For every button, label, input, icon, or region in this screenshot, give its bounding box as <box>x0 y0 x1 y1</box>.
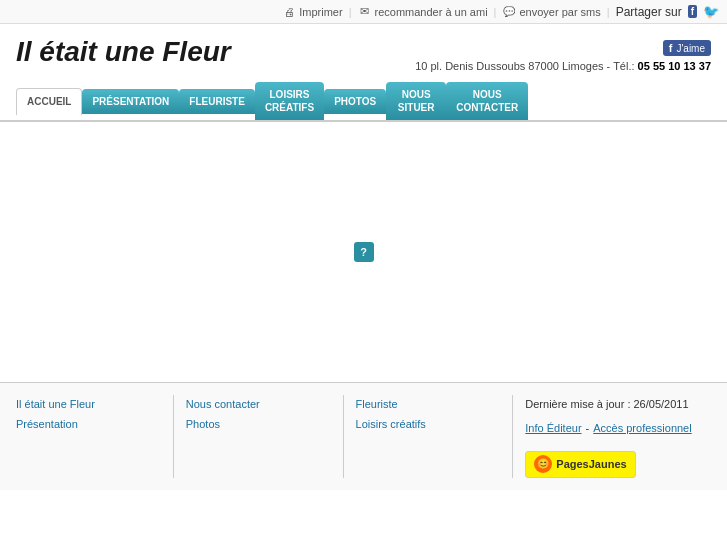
recommend-label: recommander à un ami <box>374 6 487 18</box>
recommend-button[interactable]: recommander à un ami <box>357 5 487 19</box>
update-label: Dernière mise à jour : 26/05/2011 <box>525 398 688 410</box>
site-footer: Il était une Fleur Présentation Nous con… <box>0 382 727 490</box>
sms-button[interactable]: envoyer par sms <box>502 5 600 19</box>
nav-bar: ACCUEIL PRÉSENTATION FLEURISTE LOISIRSCR… <box>0 82 727 122</box>
top-toolbar: Imprimer | recommander à un ami | envoye… <box>0 0 727 24</box>
nav-loisirs[interactable]: LOISIRSCRÉATIFS <box>255 82 324 120</box>
site-header: Il était une Fleur J'aime 10 pl. Denis D… <box>0 24 727 78</box>
pages-jaunes-badge[interactable]: 😊 PagesJaunes <box>525 451 635 479</box>
pj-icon: 😊 <box>534 455 552 473</box>
share-label: Partager sur <box>616 5 682 19</box>
footer-editor-links: Info Éditeur - Accès professionnel <box>525 419 699 439</box>
address-tel: 10 pl. Denis Dussoubs 87000 Limoges - Té… <box>415 60 711 72</box>
editor-sep: - <box>586 419 590 439</box>
footer-link-contact[interactable]: Nous contacter <box>186 395 331 415</box>
printer-icon <box>282 5 296 19</box>
nav-presentation[interactable]: PRÉSENTATION <box>82 89 179 114</box>
nav-contacter[interactable]: NOUSCONTACTER <box>446 82 528 120</box>
nav-accueil[interactable]: ACCUEIL <box>16 88 82 115</box>
footer-link-home[interactable]: Il était une Fleur <box>16 395 161 415</box>
footer-link-loisirs[interactable]: Loisirs créatifs <box>356 415 501 435</box>
main-content: ? <box>0 122 727 382</box>
sep2: | <box>494 6 497 18</box>
acces-pro-link[interactable]: Accès professionnel <box>593 419 691 439</box>
footer-col-4: Dernière mise à jour : 26/05/2011 Info É… <box>513 395 711 478</box>
mail-icon <box>357 5 371 19</box>
nav-situer[interactable]: NOUSSITUER <box>386 82 446 120</box>
print-button[interactable]: Imprimer <box>282 5 342 19</box>
footer-col-2: Nous contacter Photos <box>174 395 344 478</box>
loading-icon: ? <box>354 242 374 262</box>
footer-link-fleuriste[interactable]: Fleuriste <box>356 395 501 415</box>
telephone: 05 55 10 13 37 <box>638 60 711 72</box>
fb-like-label: J'aime <box>676 43 705 54</box>
header-right: J'aime 10 pl. Denis Dussoubs 87000 Limog… <box>415 36 711 72</box>
footer-link-photos[interactable]: Photos <box>186 415 331 435</box>
footer-link-presentation[interactable]: Présentation <box>16 415 161 435</box>
info-editeur-link[interactable]: Info Éditeur <box>525 419 581 439</box>
nav-fleuriste[interactable]: FLEURISTE <box>179 89 255 114</box>
tel-prefix: - Tél.: <box>607 60 638 72</box>
footer-columns: Il était une Fleur Présentation Nous con… <box>16 395 711 478</box>
sms-label: envoyer par sms <box>519 6 600 18</box>
footer-col-1: Il était une Fleur Présentation <box>16 395 174 478</box>
sms-icon <box>502 5 516 19</box>
fb-like-button[interactable]: J'aime <box>663 40 711 56</box>
site-title: Il était une Fleur <box>16 36 231 68</box>
twitter-icon[interactable]: 🐦 <box>703 4 719 19</box>
address: 10 pl. Denis Dussoubs 87000 Limoges <box>415 60 603 72</box>
pj-badge-container: 😊 PagesJaunes <box>525 447 699 479</box>
nav-photos[interactable]: PHOTOS <box>324 89 386 114</box>
footer-update: Dernière mise à jour : 26/05/2011 <box>525 395 699 415</box>
facebook-icon[interactable]: f <box>688 5 697 18</box>
pj-label: PagesJaunes <box>556 455 626 475</box>
sep3: | <box>607 6 610 18</box>
footer-col-3: Fleuriste Loisirs créatifs <box>344 395 514 478</box>
print-label: Imprimer <box>299 6 342 18</box>
sep1: | <box>349 6 352 18</box>
